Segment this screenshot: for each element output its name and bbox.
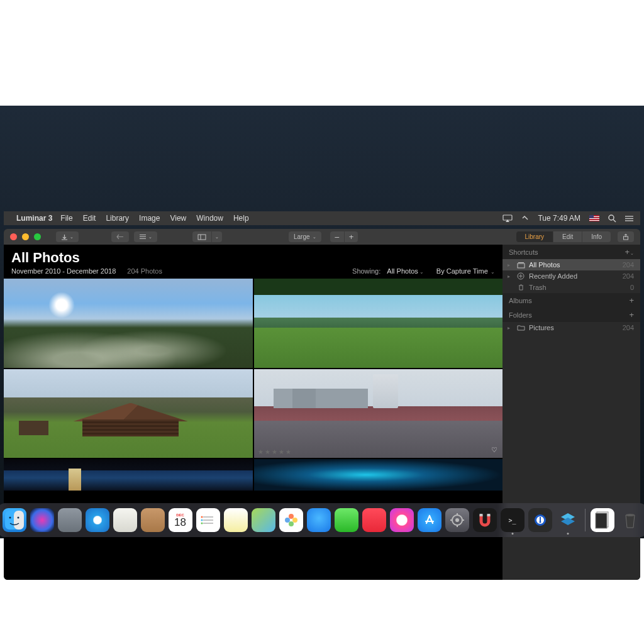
menu-view[interactable]: View [170, 214, 186, 223]
svg-point-24 [17, 517, 19, 519]
import-button[interactable]: ⌄ [56, 231, 79, 242]
sidebar-item-trash[interactable]: Trash 0 [502, 282, 640, 293]
collection-icon [516, 262, 525, 269]
svg-rect-22 [14, 511, 24, 530]
list-button[interactable]: ⌄ [134, 231, 157, 242]
dock: DEC18>_ [0, 503, 644, 537]
photo-thumb[interactable] [4, 279, 253, 368]
menu-library[interactable]: Library [106, 214, 129, 223]
photo-thumb[interactable] [254, 279, 503, 368]
svg-point-1 [609, 215, 614, 220]
rating-stars[interactable]: ★★★★★ [258, 448, 292, 455]
svg-point-30 [201, 523, 203, 525]
trash-icon [516, 284, 525, 291]
sidebar-toggle-chevron[interactable]: ⌄ [212, 231, 222, 242]
menu-icon[interactable] [625, 215, 634, 222]
svg-rect-13 [198, 235, 206, 240]
add-folder-button[interactable]: + [629, 310, 634, 319]
add-album-button[interactable]: + [629, 296, 634, 305]
app-name[interactable]: Luminar 3 [16, 214, 52, 223]
svg-rect-42 [487, 514, 490, 516]
photo-thumb[interactable] [4, 459, 253, 491]
zoom-button[interactable] [34, 233, 41, 240]
svg-point-49 [626, 514, 635, 516]
svg-point-36 [455, 518, 459, 522]
heart-icon[interactable]: ♡ [491, 446, 497, 454]
photo-thumb[interactable] [254, 459, 503, 491]
svg-point-31 [289, 514, 294, 519]
dock-terminal[interactable]: >_ [501, 508, 525, 532]
clock[interactable]: Tue 7:49 AM [538, 214, 580, 223]
sidebar-item-all-photos[interactable]: ▸ All Photos 204 [502, 259, 640, 270]
dock-calendar[interactable]: DEC18 [169, 508, 192, 532]
zoom-out-button[interactable]: − [330, 231, 344, 242]
dock-safari[interactable] [86, 508, 109, 532]
svg-point-34 [285, 518, 290, 523]
sidebar-item-pictures[interactable]: ▸ Pictures 204 [502, 322, 640, 333]
menu-window[interactable]: Window [196, 214, 223, 223]
dock-notes[interactable] [224, 508, 248, 532]
minimize-button[interactable] [22, 233, 29, 240]
section-shortcuts: Shortcuts +⌄ [502, 245, 640, 259]
spotlight-icon[interactable] [608, 214, 616, 223]
photo-thumb[interactable] [4, 369, 253, 458]
menu-image[interactable]: Image [139, 214, 160, 223]
dock-layers[interactable] [556, 508, 580, 532]
dock-document[interactable] [591, 508, 614, 532]
dock-itunes[interactable] [390, 508, 414, 532]
menu-help[interactable]: Help [233, 214, 249, 223]
tab-info[interactable]: Info [582, 231, 611, 242]
showing-label: Showing: [352, 267, 380, 275]
svg-point-32 [292, 518, 297, 523]
dock-launchpad[interactable] [58, 508, 82, 532]
svg-point-29 [201, 519, 203, 521]
menu-file[interactable]: File [60, 214, 72, 223]
chevron-right-icon: ▸ [508, 262, 513, 268]
chevron-right-icon: ▸ [508, 274, 513, 279]
add-shortcut-button[interactable]: +⌄ [625, 247, 634, 257]
svg-rect-48 [596, 513, 607, 528]
status-icon[interactable] [521, 214, 529, 222]
dock-finder[interactable] [3, 508, 26, 532]
dock-facetime[interactable] [335, 508, 358, 532]
back-button[interactable] [111, 231, 129, 242]
zoom-in-button[interactable]: + [345, 231, 358, 242]
tab-library[interactable]: Library [516, 231, 553, 242]
page-title: All Photos [11, 250, 495, 266]
flag-icon[interactable] [589, 215, 599, 221]
sort-filter[interactable]: By Capture Time ⌄ [436, 267, 495, 275]
sidebar-item-recently-added[interactable]: ▸ Recently Added 204 [502, 270, 640, 282]
dock-news[interactable] [362, 508, 386, 532]
photo-thumb[interactable]: ★★★★★ ♡ [254, 369, 503, 458]
showing-filter[interactable]: All Photos⌄ [387, 267, 424, 275]
photo-count: 204 Photos [127, 267, 162, 275]
dock-reminders[interactable] [196, 508, 220, 532]
airplay-icon[interactable] [502, 214, 513, 222]
dock-trash[interactable] [618, 508, 642, 532]
dock-preferences[interactable] [445, 508, 469, 532]
date-range: November 2010 - December 2018 [11, 267, 116, 275]
tab-edit[interactable]: Edit [553, 231, 582, 242]
svg-line-2 [613, 219, 616, 222]
svg-point-8 [625, 220, 626, 221]
folder-icon [516, 325, 525, 331]
close-button[interactable] [10, 233, 17, 240]
svg-point-33 [289, 521, 294, 526]
dock-siri[interactable] [30, 508, 54, 532]
dock-mail[interactable] [113, 508, 137, 532]
share-button[interactable] [618, 231, 634, 242]
dock-maps[interactable] [252, 508, 275, 532]
titlebar: ⌄ ⌄ ⌄ Large⌄ − + Library Edit Info [4, 229, 640, 245]
dock-contacts[interactable] [141, 508, 165, 532]
dock-photos[interactable] [279, 508, 303, 532]
size-selector[interactable]: Large⌄ [289, 231, 321, 242]
dock-appstore[interactable] [418, 508, 441, 532]
menu-edit[interactable]: Edit [83, 214, 96, 223]
dock-messages[interactable] [307, 508, 331, 532]
svg-rect-16 [518, 264, 525, 268]
dock-onepassword[interactable] [528, 508, 552, 532]
svg-rect-0 [503, 215, 512, 220]
sidebar-toggle-button[interactable] [192, 231, 211, 242]
dock-magnet[interactable] [473, 508, 497, 532]
section-albums: Albums + [502, 293, 640, 308]
